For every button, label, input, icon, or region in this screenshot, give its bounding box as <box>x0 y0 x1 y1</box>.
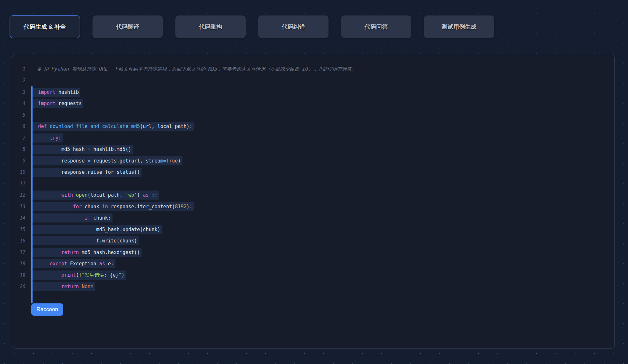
code-line[interactable]: 1# 用 Python 实现从指定 URL 下载文件到本地指定路径，返回下载文件… <box>12 64 614 75</box>
code-line[interactable]: 19 print(f"发生错误: {e}") <box>12 270 614 281</box>
code-line[interactable]: 18 except Exception as e: <box>12 258 614 270</box>
line-number: 12 <box>12 192 25 198</box>
line-number: 16 <box>12 238 25 244</box>
tab-testcase-generation[interactable]: 测试用例生成 <box>424 15 494 38</box>
raccoon-badge[interactable]: Raccoon <box>31 303 63 316</box>
code-line[interactable]: 9 response = requests.get(url, stream=Tr… <box>12 155 614 167</box>
code-line[interactable]: 12 with open(local_path, 'wb') as f: <box>12 190 614 201</box>
code-line[interactable]: 13 for chunk in response.iter_content(81… <box>12 201 614 212</box>
code-line[interactable]: 14 if chunk: <box>12 212 614 224</box>
line-number: 20 <box>12 284 25 290</box>
line-number: 4 <box>12 101 25 106</box>
code-lines: 1# 用 Python 实现从指定 URL 下载文件到本地指定路径，返回下载文件… <box>12 55 614 292</box>
code-text: md5_hash = hashlib.md5() <box>33 145 133 154</box>
code-line[interactable]: 17 return md5_hash.hexdigest() <box>12 247 614 258</box>
code-line[interactable]: 15 md5_hash.update(chunk) <box>12 224 614 235</box>
line-number: 5 <box>12 112 25 118</box>
code-text: try: <box>33 133 63 143</box>
code-editor[interactable]: 1# 用 Python 实现从指定 URL 下载文件到本地指定路径，返回下载文件… <box>12 55 615 349</box>
code-text: return None <box>33 282 95 291</box>
code-text: def download_file_and_calculate_md5(url,… <box>33 122 194 131</box>
code-line[interactable]: 20 return None <box>12 281 614 293</box>
code-line[interactable]: 7 try: <box>12 132 614 144</box>
line-number: 14 <box>12 215 25 221</box>
code-text: # 用 Python 实现从指定 URL 下载文件到本地指定路径，返回下载文件的… <box>33 64 358 74</box>
code-text: md5_hash.update(chunk) <box>33 225 162 234</box>
line-number: 15 <box>12 227 25 232</box>
line-number: 10 <box>12 169 25 175</box>
code-line[interactable]: 5 <box>12 109 614 121</box>
code-text: import requests <box>33 99 83 108</box>
code-text: for chunk in response.iter_content(8192)… <box>33 202 194 211</box>
line-number: 9 <box>12 158 25 164</box>
code-line[interactable]: 11 <box>12 178 614 190</box>
tab-code-qa[interactable]: 代码问答 <box>341 15 411 38</box>
line-number: 19 <box>12 272 25 278</box>
code-text: except Exception as e: <box>33 259 115 268</box>
code-text: f.write(chunk) <box>33 236 139 245</box>
code-line[interactable]: 8 md5_hash = hashlib.md5() <box>12 144 614 155</box>
code-text: import hashlib <box>33 88 80 97</box>
code-line[interactable]: 2 <box>12 75 614 87</box>
line-number: 7 <box>12 135 25 141</box>
code-text: response.raise_for_status() <box>33 168 142 177</box>
line-number: 18 <box>12 261 25 267</box>
code-line[interactable]: 6def download_file_and_calculate_md5(url… <box>12 121 614 133</box>
line-number: 6 <box>12 123 25 129</box>
tab-code-generation[interactable]: 代码生成 & 补全 <box>10 15 80 38</box>
tab-code-correction[interactable]: 代码纠错 <box>258 15 329 38</box>
completion-cursor-bar <box>31 86 33 303</box>
code-text: with open(local_path, 'wb') as f: <box>33 191 159 200</box>
code-line[interactable]: 4import requests <box>12 98 614 110</box>
code-text: if chunk: <box>33 213 113 222</box>
code-text: print(f"发生错误: {e}") <box>33 271 126 280</box>
code-text: return md5_hash.hexdigest() <box>33 248 142 257</box>
code-line[interactable]: 10 response.raise_for_status() <box>12 167 614 178</box>
feature-tabs: 代码生成 & 补全 代码翻译 代码重构 代码纠错 代码问答 测试用例生成 <box>10 15 494 38</box>
line-number: 2 <box>12 78 25 84</box>
line-number: 17 <box>12 250 25 255</box>
code-line[interactable]: 3import hashlib <box>12 86 614 98</box>
line-number: 1 <box>12 66 25 72</box>
line-number: 11 <box>12 181 25 187</box>
line-number: 13 <box>12 204 25 210</box>
tab-code-refactor[interactable]: 代码重构 <box>175 15 246 38</box>
tab-code-translation[interactable]: 代码翻译 <box>93 15 163 38</box>
code-line[interactable]: 16 f.write(chunk) <box>12 235 614 247</box>
code-text: response = requests.get(url, stream=True… <box>33 156 182 165</box>
line-number: 8 <box>12 146 25 152</box>
line-number: 3 <box>12 89 25 95</box>
